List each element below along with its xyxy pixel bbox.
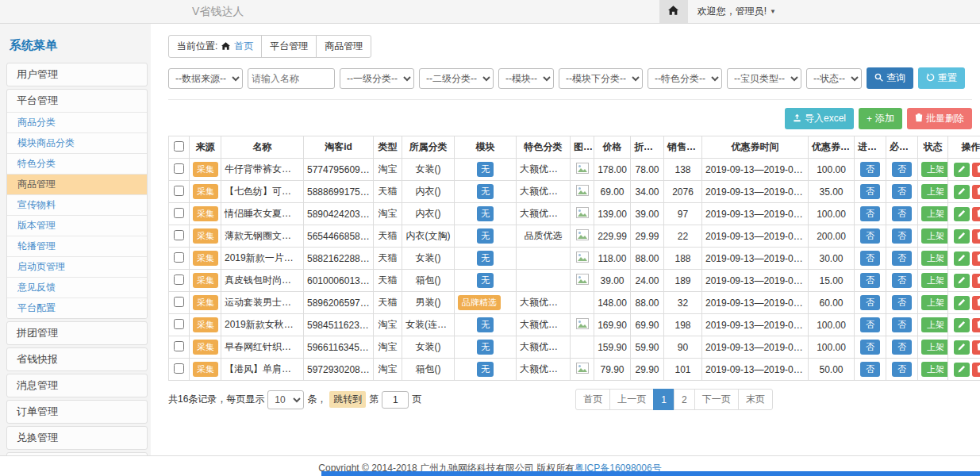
filter-select-3[interactable]: --模块下分类--: [559, 68, 643, 89]
edit-button[interactable]: [954, 163, 970, 177]
sidebar-subitem-版本管理[interactable]: 版本管理: [7, 215, 147, 236]
pagination-2[interactable]: 2: [674, 389, 695, 410]
sidebar-item-消息管理[interactable]: 消息管理: [7, 374, 147, 397]
sidebar-item-省钱快报[interactable]: 省钱快报: [7, 348, 147, 370]
edit-button[interactable]: [954, 296, 970, 310]
sidebar-item-用户管理[interactable]: 用户管理: [7, 63, 147, 86]
sidebar-item-订单管理[interactable]: 订单管理: [7, 401, 147, 423]
filter-select-data-source[interactable]: --数据来源--: [168, 68, 243, 89]
import-toggle-button[interactable]: 否: [860, 295, 880, 310]
status-button[interactable]: 上架: [921, 273, 948, 288]
pagination-下一页[interactable]: 下一页: [694, 389, 739, 410]
row-checkbox[interactable]: [174, 341, 184, 351]
import-toggle-button[interactable]: 否: [860, 362, 880, 377]
pagination-1[interactable]: 1: [653, 389, 674, 410]
filter-select-5[interactable]: --宝贝类型--: [727, 68, 801, 89]
must-buy-toggle-button[interactable]: 否: [892, 251, 912, 266]
row-checkbox[interactable]: [174, 363, 184, 374]
sidebar-subitem-商品分类[interactable]: 商品分类: [7, 112, 147, 132]
sidebar-subitem-宣传物料[interactable]: 宣传物料: [7, 194, 147, 215]
delete-button[interactable]: [972, 207, 980, 221]
status-button[interactable]: 上架: [921, 340, 948, 355]
must-buy-toggle-button[interactable]: 否: [892, 228, 912, 244]
pagination-首页[interactable]: 首页: [575, 389, 610, 410]
delete-button[interactable]: [972, 229, 980, 244]
status-button[interactable]: 上架: [921, 228, 948, 244]
import-toggle-button[interactable]: 否: [860, 317, 880, 332]
user-menu[interactable]: 欢迎您，管理员! ▼: [688, 5, 786, 18]
sidebar-subitem-特色分类[interactable]: 特色分类: [7, 153, 147, 174]
import-excel-button[interactable]: 导入excel: [785, 108, 854, 129]
status-button[interactable]: 上架: [921, 362, 948, 377]
jump-page-input[interactable]: [382, 391, 409, 409]
delete-button[interactable]: [972, 340, 980, 355]
delete-button[interactable]: [972, 185, 980, 199]
add-button[interactable]: + 添加: [859, 108, 902, 129]
filter-select-0[interactable]: --一级分类--: [340, 68, 414, 89]
row-checkbox[interactable]: [174, 319, 184, 329]
delete-button[interactable]: [972, 274, 980, 288]
import-toggle-button[interactable]: 否: [860, 206, 880, 221]
sidebar-subitem-启动页管理[interactable]: 启动页管理: [7, 256, 147, 277]
filter-select-1[interactable]: --二级分类--: [419, 68, 494, 89]
edit-button[interactable]: [954, 274, 970, 288]
filter-select-6[interactable]: --状态--: [806, 68, 862, 89]
edit-button[interactable]: [954, 251, 970, 266]
filter-select-4[interactable]: --特色分类--: [648, 68, 722, 89]
sidebar-subitem-模块商品分类[interactable]: 模块商品分类: [7, 132, 147, 153]
delete-button[interactable]: [972, 251, 980, 266]
select-all-checkbox[interactable]: [174, 141, 184, 152]
delete-button[interactable]: [972, 296, 980, 310]
edit-button[interactable]: [954, 207, 970, 221]
must-buy-toggle-button[interactable]: 否: [892, 184, 912, 199]
delete-button[interactable]: [972, 363, 980, 377]
search-button[interactable]: 查询: [867, 67, 913, 89]
status-button[interactable]: 上架: [921, 162, 948, 177]
import-toggle-button[interactable]: 否: [860, 228, 880, 244]
pagination-上一页[interactable]: 上一页: [609, 389, 654, 410]
sidebar-item-拼团管理[interactable]: 拼团管理: [7, 322, 147, 344]
sidebar-subitem-意见反馈[interactable]: 意见反馈: [7, 277, 147, 298]
reset-button[interactable]: 重置: [918, 67, 965, 89]
edit-button[interactable]: [954, 363, 970, 377]
delete-button[interactable]: [972, 163, 980, 177]
status-button[interactable]: 上架: [921, 295, 948, 310]
row-checkbox[interactable]: [174, 163, 184, 174]
row-checkbox[interactable]: [174, 274, 184, 285]
must-buy-toggle-button[interactable]: 否: [892, 362, 912, 377]
sidebar-subitem-平台配置[interactable]: 平台配置: [7, 298, 147, 318]
sidebar-item-兑换管理[interactable]: 兑换管理: [7, 427, 147, 449]
sidebar-subitem-商品管理[interactable]: 商品管理: [7, 174, 147, 194]
row-checkbox[interactable]: [174, 252, 184, 263]
delete-button[interactable]: [972, 318, 980, 332]
row-checkbox[interactable]: [174, 208, 184, 218]
import-toggle-button[interactable]: 否: [860, 251, 880, 266]
filter-select-2[interactable]: --模块--: [498, 68, 554, 89]
status-button[interactable]: 上架: [921, 317, 948, 332]
must-buy-toggle-button[interactable]: 否: [892, 162, 912, 177]
pagination-末页[interactable]: 末页: [738, 389, 773, 410]
breadcrumb-item-goods[interactable]: 商品管理: [316, 35, 371, 58]
must-buy-toggle-button[interactable]: 否: [892, 273, 912, 288]
edit-button[interactable]: [954, 318, 970, 332]
import-toggle-button[interactable]: 否: [860, 162, 880, 177]
row-checkbox[interactable]: [174, 230, 184, 240]
sidebar-item-平台管理[interactable]: 平台管理: [7, 90, 147, 112]
bulk-delete-button[interactable]: 批量删除: [907, 108, 972, 129]
name-search-input[interactable]: [248, 68, 335, 89]
edit-button[interactable]: [954, 229, 970, 244]
must-buy-toggle-button[interactable]: 否: [892, 206, 912, 221]
home-button[interactable]: [659, 0, 688, 23]
breadcrumb-home[interactable]: 当前位置: 首页: [168, 35, 262, 58]
import-toggle-button[interactable]: 否: [860, 340, 880, 355]
status-button[interactable]: 上架: [921, 184, 948, 199]
must-buy-toggle-button[interactable]: 否: [892, 295, 912, 310]
must-buy-toggle-button[interactable]: 否: [892, 340, 912, 355]
sidebar-subitem-轮播管理[interactable]: 轮播管理: [7, 236, 147, 256]
edit-button[interactable]: [954, 340, 970, 355]
breadcrumb-item-platform[interactable]: 平台管理: [261, 35, 317, 58]
row-checkbox[interactable]: [174, 186, 184, 196]
edit-button[interactable]: [954, 185, 970, 199]
import-toggle-button[interactable]: 否: [860, 273, 880, 288]
row-checkbox[interactable]: [174, 297, 184, 307]
